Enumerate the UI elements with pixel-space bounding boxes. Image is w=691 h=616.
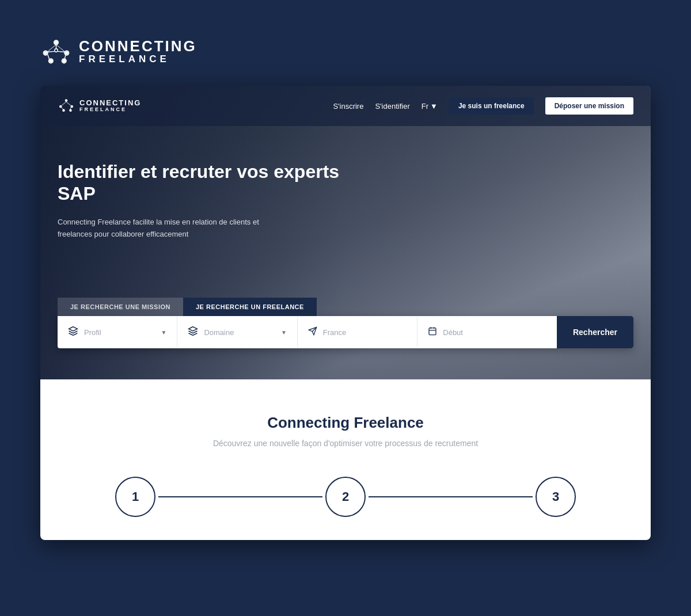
search-location-field[interactable]: France [298, 317, 417, 347]
search-profile-field[interactable]: Profil ▼ [58, 317, 177, 348]
tab-search-mission[interactable]: JE RECHERCHE UNE MISSION [58, 298, 183, 316]
search-area: JE RECHERCHE UNE MISSION JE RECHERCHE UN… [40, 257, 651, 366]
svg-point-14 [44, 51, 47, 54]
search-tabs: JE RECHERCHE UNE MISSION JE RECHERCHE UN… [58, 298, 633, 316]
nav-logo-icon [58, 96, 75, 116]
nav-logo-text-block: CONNECTING FREELANCE [79, 99, 141, 113]
steps-row: 1 2 3 [115, 477, 576, 517]
nav-lang-label: Fr [422, 102, 428, 111]
nav-register-link[interactable]: S'inscrire [333, 102, 363, 111]
nav-right: S'inscrire S'identifier Fr ▼ Je suis un … [333, 97, 633, 115]
svg-point-13 [55, 41, 58, 44]
svg-line-24 [66, 102, 71, 106]
svg-point-22 [69, 109, 72, 112]
search-bar: Profil ▼ Domaine ▼ [58, 316, 633, 348]
nav-freelance-text: FREELANCE [79, 107, 141, 113]
hero-subtitle: Connecting Freelance facilite la mise en… [58, 216, 276, 241]
layers-icon [68, 326, 78, 339]
svg-rect-29 [429, 328, 436, 335]
domain-chevron-icon: ▼ [281, 329, 287, 336]
step-line-1-2 [158, 496, 322, 497]
step-3-circle: 3 [536, 477, 576, 517]
logo-freelance-text: FREELANCE [79, 54, 197, 65]
navigation: CONNECTING FREELANCE S'inscrire S'identi… [40, 86, 651, 126]
svg-marker-27 [69, 327, 78, 332]
section-title: Connecting Freelance [267, 414, 424, 432]
svg-line-8 [58, 51, 65, 52]
svg-line-25 [62, 108, 63, 110]
svg-point-5 [55, 49, 58, 52]
svg-point-21 [62, 109, 65, 112]
svg-point-18 [65, 99, 68, 102]
nav-connecting-text: CONNECTING [79, 99, 141, 107]
tab-search-freelance[interactable]: JE RECHERCHE UN FREELANCE [183, 298, 317, 316]
svg-line-10 [64, 55, 66, 59]
step-2-circle: 2 [325, 477, 366, 517]
search-submit-button[interactable]: Rechercher [557, 316, 633, 348]
white-section: Connecting Freelance Découvrez une nouve… [40, 379, 651, 540]
hero-section: CONNECTING FREELANCE S'inscrire S'identi… [40, 86, 651, 379]
top-logo-area: CONNECTING FREELANCE [0, 23, 691, 86]
svg-point-17 [63, 59, 66, 63]
svg-marker-28 [189, 327, 198, 332]
step-line-2-3 [369, 496, 533, 497]
nav-language-selector[interactable]: Fr ▼ [422, 102, 438, 111]
page-wrapper: CONNECTING FREELANCE [0, 0, 691, 616]
hero-title: Identifier et recruter vos experts SAP [58, 161, 346, 205]
location-icon [308, 326, 317, 338]
search-date-field[interactable]: Début [417, 317, 557, 347]
logo-network-icon [40, 35, 72, 69]
svg-point-15 [65, 51, 69, 54]
svg-line-7 [47, 51, 55, 52]
svg-line-9 [48, 55, 50, 59]
logo-text: CONNECTING FREELANCE [79, 38, 197, 65]
hero-content: Identifier et recruter vos experts SAP C… [40, 126, 363, 257]
profile-field-label: Profil [84, 328, 155, 337]
top-logo: CONNECTING FREELANCE [40, 35, 197, 69]
svg-point-16 [50, 59, 53, 63]
calendar-icon [428, 326, 437, 338]
nav-logo: CONNECTING FREELANCE [58, 96, 141, 116]
nav-lang-arrow: ▼ [430, 102, 438, 111]
nav-freelance-button[interactable]: Je suis un freelance [449, 97, 534, 115]
nav-mission-button[interactable]: Déposer une mission [545, 97, 633, 115]
domain-layers-icon [188, 326, 198, 339]
domain-field-label: Domaine [204, 328, 275, 337]
profile-chevron-icon: ▼ [161, 329, 167, 336]
date-field-label: Début [443, 328, 546, 337]
svg-line-23 [62, 102, 66, 106]
step-1-circle: 1 [115, 477, 155, 517]
section-subtitle: Découvrez une nouvelle façon d'optimiser… [213, 439, 478, 448]
site-mockup: CONNECTING FREELANCE S'inscrire S'identi… [40, 86, 651, 540]
location-field-value: France [323, 328, 407, 337]
logo-connecting-text: CONNECTING [79, 38, 197, 55]
nav-login-link[interactable]: S'identifier [375, 102, 409, 111]
search-domain-field[interactable]: Domaine ▼ [177, 317, 297, 348]
